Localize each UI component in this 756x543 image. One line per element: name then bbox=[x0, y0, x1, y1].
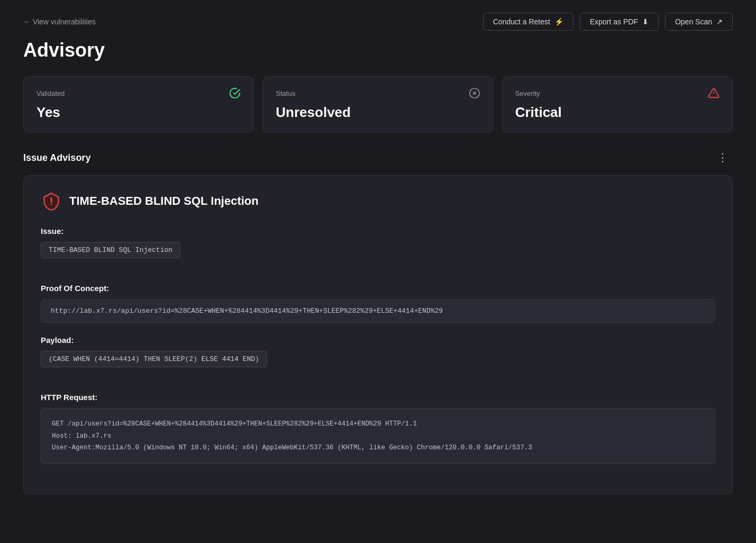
open-scan-button[interactable]: Open Scan ↗ bbox=[665, 13, 733, 31]
svg-point-6 bbox=[51, 204, 52, 205]
issue-advisory-section: Issue Advisory ⋮ TIME-BASED BLIND SQL In… bbox=[23, 150, 733, 494]
poc-field-section: Proof Of Concept: http://lab.x7.rs/api/u… bbox=[41, 284, 715, 323]
status-value: Unresolved bbox=[276, 104, 480, 121]
validated-card-header: Validated bbox=[37, 87, 241, 99]
export-pdf-button[interactable]: Export as PDF ⬇ bbox=[580, 13, 659, 31]
open-scan-label: Open Scan bbox=[675, 17, 712, 26]
status-card-header: Status bbox=[276, 87, 480, 99]
external-link-icon: ↗ bbox=[716, 17, 723, 26]
lightning-icon: ⚡ bbox=[554, 17, 563, 26]
severity-card-header: Severity bbox=[515, 87, 719, 99]
advisory-title: TIME-BASED BLIND SQL Injection bbox=[69, 194, 259, 208]
top-actions: Conduct a Retest ⚡ Export as PDF ⬇ Open … bbox=[483, 13, 733, 31]
more-options-button[interactable]: ⋮ bbox=[713, 150, 733, 166]
severity-value: Critical bbox=[515, 104, 719, 121]
shield-alert-icon bbox=[41, 191, 62, 212]
severity-card: Severity Critical bbox=[502, 76, 733, 133]
http-line-1: GET /api/users?id=%28CASE+WHEN+%284414%3… bbox=[52, 418, 704, 430]
download-icon: ⬇ bbox=[642, 17, 649, 26]
poc-field-label: Proof Of Concept: bbox=[41, 284, 715, 293]
x-circle-icon bbox=[469, 87, 480, 99]
export-label: Export as PDF bbox=[590, 17, 638, 26]
retest-button[interactable]: Conduct a Retest ⚡ bbox=[483, 13, 573, 31]
issue-field-section: Issue: TIME-BASED BLIND SQL Injection bbox=[41, 227, 715, 271]
severity-label: Severity bbox=[515, 89, 540, 97]
status-label: Status bbox=[276, 89, 295, 97]
http-request-block: GET /api/users?id=%28CASE+WHEN+%284414%3… bbox=[41, 408, 715, 464]
issue-value: TIME-BASED BLIND SQL Injection bbox=[41, 242, 180, 258]
status-card: Status Unresolved bbox=[262, 76, 493, 133]
advisory-card: TIME-BASED BLIND SQL Injection Issue: TI… bbox=[23, 175, 733, 494]
payload-field-label: Payload: bbox=[41, 336, 715, 345]
validated-label: Validated bbox=[37, 89, 65, 97]
info-cards-row: Validated Yes Status bbox=[23, 76, 733, 133]
http-request-field-section: HTTP Request: GET /api/users?id=%28CASE+… bbox=[41, 393, 715, 464]
payload-value: (CASE WHEN (4414=4414) THEN SLEEP(2) ELS… bbox=[41, 351, 267, 367]
poc-value: http://lab.x7.rs/api/users?id=%28CASE+WH… bbox=[41, 299, 715, 323]
check-circle-icon bbox=[229, 87, 241, 99]
http-request-label: HTTP Request: bbox=[41, 393, 715, 402]
http-line-3: User-Agent:Mozilla/5.0 (Windows NT 10.0;… bbox=[52, 442, 704, 454]
advisory-title-row: TIME-BASED BLIND SQL Injection bbox=[41, 191, 715, 212]
section-title: Issue Advisory bbox=[23, 152, 90, 164]
top-nav: ← View vulnerabilities Conduct a Retest … bbox=[23, 13, 733, 31]
back-link[interactable]: ← View vulnerabilities bbox=[23, 17, 96, 26]
issue-field-label: Issue: bbox=[41, 227, 715, 236]
validated-card: Validated Yes bbox=[23, 76, 254, 133]
validated-value: Yes bbox=[37, 104, 241, 121]
http-line-2: Host: lab.x7.rs bbox=[52, 430, 704, 442]
warning-triangle-icon bbox=[708, 87, 719, 99]
retest-label: Conduct a Retest bbox=[493, 17, 550, 26]
page-title: Advisory bbox=[23, 39, 733, 61]
section-header: Issue Advisory ⋮ bbox=[23, 150, 733, 166]
payload-field-section: Payload: (CASE WHEN (4414=4414) THEN SLE… bbox=[41, 336, 715, 380]
